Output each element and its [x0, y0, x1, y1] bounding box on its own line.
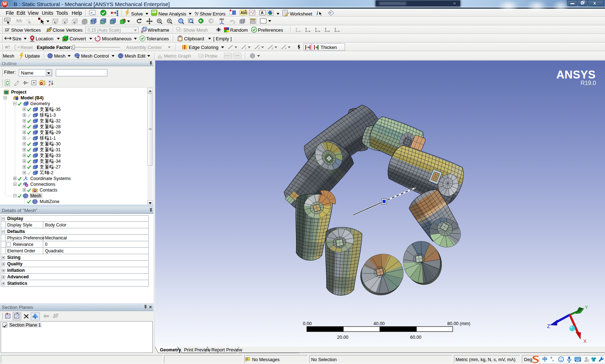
svg-text:123: 123 — [199, 55, 203, 57]
svg-text:R19.0: R19.0 — [581, 80, 596, 86]
svg-text:>_: >_ — [90, 11, 95, 15]
svg-text:3: 3 — [272, 47, 273, 50]
svg-text:A: A — [261, 10, 264, 15]
svg-text:1: 1 — [245, 47, 247, 50]
svg-text:A: A — [49, 80, 51, 83]
svg-text:80.00 (mm): 80.00 (mm) — [447, 321, 470, 326]
svg-text:100: 100 — [5, 19, 9, 21]
svg-text:4: 4 — [285, 47, 287, 50]
svg-text:Z: Z — [547, 323, 550, 329]
svg-text:ANSYS: ANSYS — [556, 68, 596, 81]
svg-text:60.00: 60.00 — [410, 335, 421, 340]
svg-text:20.00: 20.00 — [337, 335, 348, 340]
svg-text:40.00: 40.00 — [373, 321, 385, 326]
svg-text:0.00: 0.00 — [303, 321, 312, 326]
svg-text:2: 2 — [258, 47, 260, 50]
svg-text:Y: Y — [585, 305, 588, 310]
svg-text:X: X — [583, 338, 587, 344]
svg-text:Z: Z — [49, 83, 50, 86]
svg-text:Abc: Abc — [241, 11, 247, 15]
svg-text:x,y,z: x,y,z — [26, 18, 30, 21]
svg-text:ISO: ISO — [220, 18, 224, 21]
